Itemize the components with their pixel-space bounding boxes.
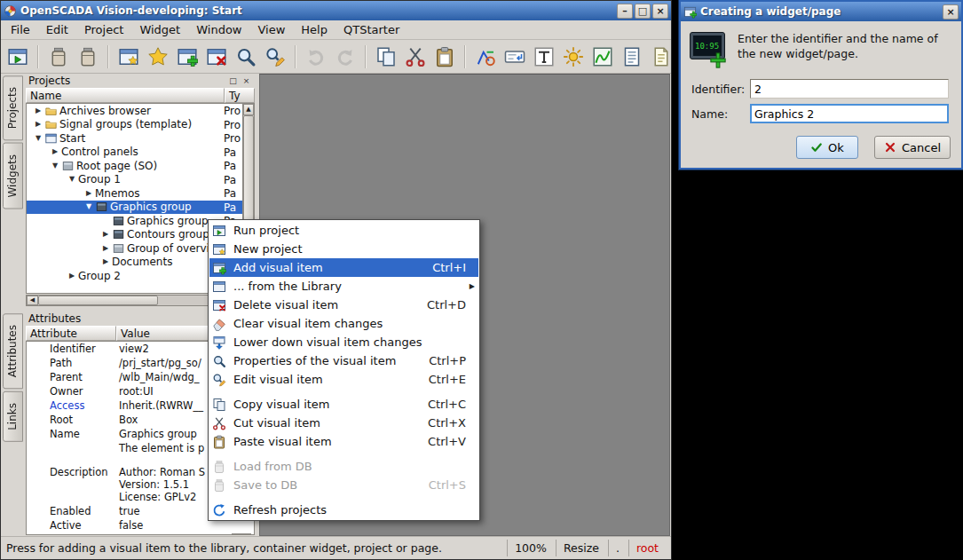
toolbar-element-form-button[interactable]	[501, 43, 528, 70]
maximize-button[interactable]: □	[635, 4, 651, 19]
close-button[interactable]: ×	[943, 4, 959, 20]
tree-item-start[interactable]: ▼StartPro	[27, 131, 242, 146]
toolbar-element-diagram-button[interactable]	[589, 43, 616, 70]
dock-close-button[interactable]: ×	[241, 75, 252, 86]
toolbar-element-document-button[interactable]	[648, 43, 675, 70]
dialog-body: 10:95 Enter the identifier and the name …	[681, 21, 961, 168]
menu-separator	[211, 497, 477, 498]
identifier-input[interactable]	[750, 79, 949, 99]
toolbar-run-project-button[interactable]	[4, 43, 31, 70]
chevron-down-icon[interactable]: ▼	[32, 135, 44, 142]
chevron-right-icon[interactable]: ▶	[99, 245, 112, 252]
column-header-type[interactable]: Ty	[225, 88, 255, 103]
toolbar-copy-visual-item-button[interactable]	[373, 43, 399, 70]
chevron-right-icon[interactable]: ▶	[99, 231, 112, 238]
attribute-value[interactable]: [0, 0, 900, 600, 1, 0	[117, 533, 232, 535]
chevron-right-icon[interactable]: ▶	[66, 272, 78, 280]
toolbar-element-text-button[interactable]	[531, 43, 557, 70]
toolbar-visual-item-properties-button[interactable]	[233, 43, 259, 70]
geometry-expand-button[interactable]: ...	[232, 533, 251, 535]
context-menu-new-project[interactable]: New project	[209, 240, 478, 258]
side-tab-links[interactable]: Links	[3, 391, 23, 442]
tree-item-control-panels[interactable]: ▶Control panelsPa	[27, 146, 242, 160]
toolbar-new-project-button[interactable]	[145, 43, 171, 70]
ok-button[interactable]: Ok	[796, 136, 858, 159]
menu-file[interactable]: File	[3, 21, 38, 38]
side-tab-widgets[interactable]: Widgets	[3, 143, 23, 209]
chevron-down-icon[interactable]: ▼	[49, 162, 61, 170]
magnifier-edit-icon	[212, 373, 228, 387]
toolbar-edit-visual-item-button[interactable]	[262, 43, 288, 70]
chevron-down-icon[interactable]: ▼	[83, 203, 95, 210]
dialog-title: Creating a widget/page	[700, 5, 937, 18]
toolbar-add-visual-item-button[interactable]	[174, 43, 201, 70]
toolbar-load-from-db-button[interactable]	[45, 43, 72, 70]
scrollbar-thumb[interactable]	[38, 296, 158, 305]
context-menu-delete-visual-item[interactable]: Delete visual itemCtrl+D	[209, 296, 478, 314]
side-tab-attributes[interactable]: Attributes	[3, 313, 23, 389]
toolbar-delete-visual-item-button[interactable]	[203, 43, 230, 70]
attributes-dock-title: Attributes	[28, 312, 225, 325]
context-menu-add-visual-item[interactable]: Add visual itemCtrl+I	[209, 258, 478, 277]
document-icon	[651, 46, 672, 67]
tree-item-label: Start	[59, 132, 89, 145]
dialog-titlebar[interactable]: Creating a widget/page ×	[681, 2, 961, 21]
tree-item-graphics-group[interactable]: ▼Graphics groupPa	[27, 201, 242, 215]
attribute-value[interactable]: false	[117, 519, 254, 532]
menu-item-label: Delete visual item	[233, 298, 416, 312]
context-menu-lower-down-visual-item-changes[interactable]: Lower down visual item changes	[209, 333, 478, 351]
chevron-right-icon[interactable]: ▶	[99, 258, 112, 265]
tree-item-archives-browser[interactable]: ▶Archives browserPro	[27, 104, 242, 118]
window-title: OpenSCADA Vision-developing: Start	[20, 4, 612, 17]
menu-window[interactable]: Window	[188, 21, 249, 38]
context-menu-refresh-projects[interactable]: Refresh projects	[209, 501, 478, 519]
tree-item-mnemos[interactable]: ▶MnemosPa	[27, 186, 242, 201]
toolbar-element-media-button[interactable]	[560, 43, 587, 70]
chevron-down-icon[interactable]: ▼	[66, 176, 78, 183]
scrollbar-track[interactable]	[38, 296, 231, 305]
toolbar-save-to-db-button[interactable]	[75, 43, 101, 70]
column-header-name[interactable]: Name	[26, 88, 225, 103]
tree-item-label: Archives browser	[59, 105, 154, 117]
toolbar-element-figure-button[interactable]	[472, 43, 499, 70]
minimize-button[interactable]: –	[617, 4, 633, 19]
menu-project[interactable]: Project	[76, 21, 131, 38]
main-titlebar[interactable]: OpenSCADA Vision-developing: Start –□×	[1, 1, 671, 20]
context-menu-copy-visual-item[interactable]: Copy visual itemCtrl+C	[209, 395, 478, 414]
context-menu-cut-visual-item[interactable]: Cut visual itemCtrl+X	[209, 414, 478, 432]
name-input[interactable]	[750, 104, 949, 123]
toolbar-element-protocol-button[interactable]	[619, 43, 645, 70]
context-menu-paste-visual-item[interactable]: Paste visual itemCtrl+V	[209, 432, 478, 451]
context-menu-edit-visual-item[interactable]: Edit visual itemCtrl+E	[209, 370, 478, 389]
side-tab-strip: ProjectsWidgets AttributesLinks	[1, 74, 25, 536]
scroll-up-button[interactable]: ▲	[243, 104, 254, 115]
tree-item-signal-groups-template[interactable]: ▶Signal groups (template)Pro	[27, 118, 242, 132]
menu-widget[interactable]: Widget	[131, 21, 188, 38]
context-menu-run-project[interactable]: Run project	[209, 221, 478, 240]
context-menu-clear-visual-item-changes[interactable]: Clear visual item changes	[209, 314, 478, 333]
menu-qtstarter[interactable]: QTStarter	[335, 21, 407, 38]
tree-item-group-1[interactable]: ▼Group 1Pa	[27, 173, 242, 187]
context-menu-from-the-library[interactable]: ... from the Library▶	[209, 277, 478, 296]
close-button[interactable]: ×	[652, 4, 668, 19]
menu-item-shortcut: Ctrl+P	[429, 354, 466, 367]
toolbar-cut-visual-item-button[interactable]	[402, 43, 429, 70]
scroll-left-button[interactable]: ◀	[27, 296, 38, 305]
toolbar-new-visual-item-library-button[interactable]	[115, 43, 142, 70]
chevron-right-icon[interactable]: ▶	[83, 190, 95, 197]
toolbar-paste-visual-item-button[interactable]	[431, 43, 458, 70]
dock-float-button[interactable]: □	[227, 75, 239, 86]
menu-view[interactable]: View	[249, 21, 293, 38]
chevron-right-icon[interactable]: ▶	[32, 107, 44, 114]
projects-dock-titlebar[interactable]: Projects □×	[25, 74, 256, 88]
cancel-button[interactable]: Cancel	[874, 136, 951, 159]
chevron-right-icon[interactable]: ▶	[32, 121, 44, 128]
box-dark-icon	[112, 228, 125, 241]
tree-item-root-page-so[interactable]: ▼Root page (SO)Pa	[27, 159, 242, 173]
context-menu-properties-of-the-visual-item[interactable]: Properties of the visual itemCtrl+P	[209, 351, 478, 370]
column-header-attribute[interactable]: Attribute	[26, 326, 116, 341]
side-tab-projects[interactable]: Projects	[3, 75, 23, 140]
menu-edit[interactable]: Edit	[38, 21, 76, 38]
menu-help[interactable]: Help	[293, 21, 335, 38]
chevron-right-icon[interactable]: ▶	[49, 148, 61, 155]
